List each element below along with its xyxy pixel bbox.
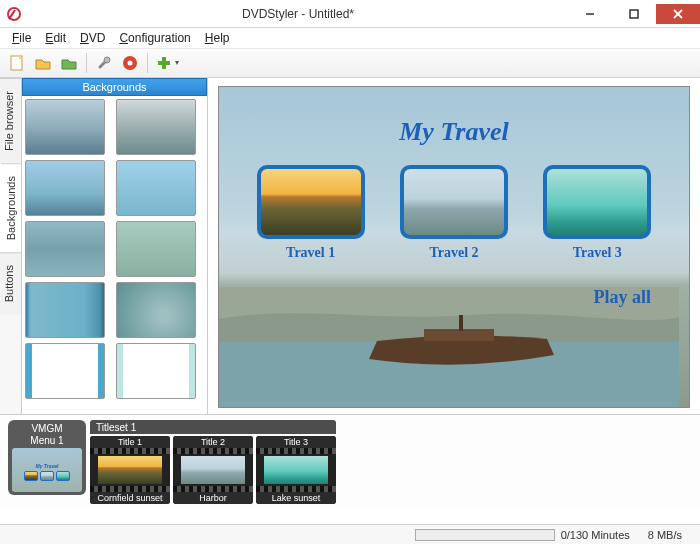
vmgm-header: VMGM: [11, 423, 83, 435]
filmstrip-icon: [256, 448, 336, 492]
menu-item-label[interactable]: Travel 2: [429, 245, 478, 261]
menu-item-label[interactable]: Travel 1: [286, 245, 335, 261]
title-header: Title 1: [90, 436, 170, 448]
title-cell[interactable]: Title 3 Lake sunset: [256, 436, 336, 504]
svg-point-8: [128, 61, 133, 66]
menu-help[interactable]: Help: [199, 29, 236, 47]
menu-configuration[interactable]: Configuration: [113, 29, 196, 47]
title-footer: Lake sunset: [256, 492, 336, 504]
vmgm-menu-label: Menu 1: [11, 435, 83, 447]
background-thumb[interactable]: [116, 160, 196, 216]
backgrounds-gallery[interactable]: [22, 96, 207, 414]
filmstrip-icon: [173, 448, 253, 492]
menu-file[interactable]: File: [6, 29, 37, 47]
menu-item[interactable]: Travel 2: [400, 165, 508, 261]
main-area: File browser Backgrounds Buttons Backgro…: [0, 78, 700, 414]
svg-rect-14: [459, 315, 463, 331]
tab-buttons[interactable]: Buttons: [0, 252, 21, 314]
background-thumb[interactable]: [116, 282, 196, 338]
title-cell[interactable]: Title 1 Cornfield sunset: [90, 436, 170, 504]
open-button[interactable]: [32, 52, 54, 74]
title-cell[interactable]: Title 2 Harbor: [173, 436, 253, 504]
dvd-menu-preview[interactable]: My Travel Travel 1 Travel 2 Travel 3 Pla…: [218, 86, 690, 408]
filmstrip-icon: [90, 448, 170, 492]
svg-point-6: [104, 57, 110, 63]
new-button[interactable]: [6, 52, 28, 74]
title-header: Title 3: [256, 436, 336, 448]
window-title: DVDStyler - Untitled*: [28, 7, 568, 21]
background-thumb[interactable]: [25, 282, 105, 338]
title-header: Title 2: [173, 436, 253, 448]
menu-dvd[interactable]: DVD: [74, 29, 111, 47]
save-button[interactable]: [58, 52, 80, 74]
settings-button[interactable]: [93, 52, 115, 74]
menu-title[interactable]: My Travel: [219, 117, 689, 147]
menu-item[interactable]: Travel 1: [257, 165, 365, 261]
menu-items: Travel 1 Travel 2 Travel 3: [219, 165, 689, 261]
toolbar: [0, 48, 700, 78]
menu-thumb[interactable]: [400, 165, 508, 239]
titleset-header[interactable]: Titleset 1: [90, 420, 336, 434]
vmgm-group: VMGM Menu 1 My Travel: [8, 420, 86, 495]
menu-thumb[interactable]: [257, 165, 365, 239]
add-button[interactable]: [154, 52, 184, 74]
app-icon: [6, 6, 22, 22]
status-gauge: [415, 529, 555, 541]
title-footer: Cornfield sunset: [90, 492, 170, 504]
background-thumb[interactable]: [25, 99, 105, 155]
statusbar: 0/130 Minutes 8 MB/s: [0, 524, 700, 544]
burn-button[interactable]: [119, 52, 141, 74]
background-thumb[interactable]: [25, 343, 105, 399]
menubar: File Edit DVD Configuration Help: [0, 28, 700, 48]
background-thumb[interactable]: [116, 343, 196, 399]
menu-item[interactable]: Travel 3: [543, 165, 651, 261]
titleset-group: Titleset 1 Title 1 Cornfield sunset Titl…: [90, 420, 336, 504]
vmgm-thumb: My Travel: [12, 448, 82, 492]
backgrounds-panel: Backgrounds: [22, 78, 208, 414]
menu-item-label[interactable]: Travel 3: [573, 245, 622, 261]
gallery-header: Backgrounds: [22, 78, 207, 96]
background-thumb[interactable]: [116, 221, 196, 277]
background-thumb[interactable]: [25, 160, 105, 216]
background-thumb[interactable]: [116, 99, 196, 155]
timeline: VMGM Menu 1 My Travel Titleset 1 Title 1…: [0, 414, 700, 509]
toolbar-separator: [86, 53, 87, 73]
tab-backgrounds[interactable]: Backgrounds: [0, 163, 21, 252]
menu-thumb[interactable]: [543, 165, 651, 239]
toolbar-separator: [147, 53, 148, 73]
menu-edit[interactable]: Edit: [39, 29, 72, 47]
close-button[interactable]: [656, 4, 700, 24]
play-all-button[interactable]: Play all: [594, 287, 652, 308]
preview-wrap: My Travel Travel 1 Travel 2 Travel 3 Pla…: [208, 78, 700, 414]
vmgm-cell[interactable]: VMGM Menu 1 My Travel: [8, 420, 86, 495]
background-thumb[interactable]: [25, 221, 105, 277]
side-tabs: File browser Backgrounds Buttons: [0, 78, 22, 414]
tab-file-browser[interactable]: File browser: [0, 78, 21, 163]
status-duration: 0/130 Minutes: [561, 529, 630, 541]
titlebar: DVDStyler - Untitled*: [0, 0, 700, 28]
maximize-button[interactable]: [612, 4, 656, 24]
status-bitrate: 8 MB/s: [648, 529, 682, 541]
title-footer: Harbor: [173, 492, 253, 504]
svg-rect-2: [630, 10, 638, 18]
minimize-button[interactable]: [568, 4, 612, 24]
